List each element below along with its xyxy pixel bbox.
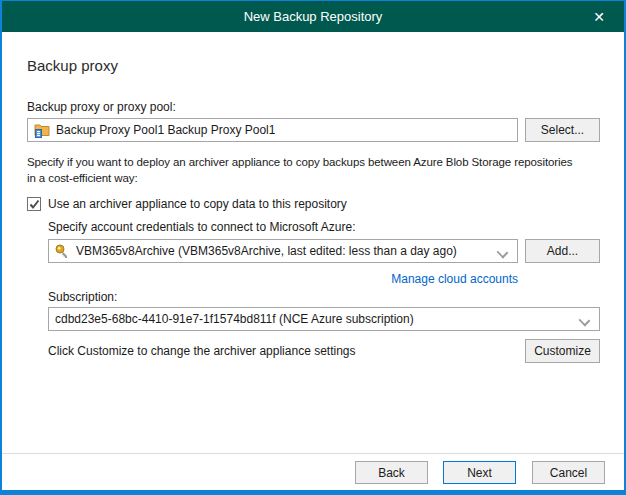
archiver-description-line2: in a cost-efficient way: xyxy=(27,170,572,186)
manage-accounts-wrap: Manage cloud accounts xyxy=(48,269,518,287)
add-button[interactable]: Add... xyxy=(525,239,600,263)
dialog-new-backup-repository: New Backup Repository ✕ Backup proxy Bac… xyxy=(0,0,626,495)
proxy-pool-input[interactable]: Backup Proxy Pool1 Backup Proxy Pool1 xyxy=(27,118,518,142)
credentials-combobox[interactable]: VBM365v8Archive (VBM365v8Archive, last e… xyxy=(48,239,518,263)
select-button[interactable]: Select... xyxy=(525,118,600,142)
customize-hint: Click Customize to change the archiver a… xyxy=(48,344,356,358)
close-icon: ✕ xyxy=(593,9,605,25)
proxy-pool-label: Backup proxy or proxy pool: xyxy=(27,100,176,114)
subscription-combobox[interactable]: cdbd23e5-68bc-4410-91e7-1f1574bd811f (NC… xyxy=(48,307,600,331)
proxy-pool-value: Backup Proxy Pool1 Backup Proxy Pool1 xyxy=(56,123,275,137)
close-button[interactable]: ✕ xyxy=(582,1,616,32)
archiver-checkbox-label[interactable]: Use an archiver appliance to copy data t… xyxy=(48,197,347,211)
archiver-description: Specify if you want to deploy an archive… xyxy=(27,154,572,186)
manage-cloud-accounts-link[interactable]: Manage cloud accounts xyxy=(391,272,518,286)
footer-separator xyxy=(2,453,624,454)
credentials-label: Specify account credentials to connect t… xyxy=(48,220,356,234)
proxy-pool-folder-icon xyxy=(34,122,50,138)
customize-button[interactable]: Customize xyxy=(525,339,600,363)
cancel-button[interactable]: Cancel xyxy=(532,461,605,484)
checkmark-icon xyxy=(29,199,40,210)
titlebar[interactable]: New Backup Repository xyxy=(2,1,624,32)
archiver-description-line1: Specify if you want to deploy an archive… xyxy=(27,154,572,170)
chevron-down-icon xyxy=(579,315,591,327)
chevron-down-icon xyxy=(497,247,509,259)
subscription-label: Subscription: xyxy=(48,290,117,304)
archiver-checkbox[interactable] xyxy=(27,197,41,211)
window-title: New Backup Repository xyxy=(244,9,383,24)
archiver-checkbox-row: Use an archiver appliance to copy data t… xyxy=(27,197,347,211)
page-title: Backup proxy xyxy=(27,57,118,74)
credentials-value: VBM365v8Archive (VBM365v8Archive, last e… xyxy=(76,244,457,258)
subscription-value: cdbd23e5-68bc-4410-91e7-1f1574bd811f (NC… xyxy=(55,312,414,326)
back-button[interactable]: Back xyxy=(355,461,428,484)
next-button[interactable]: Next xyxy=(443,461,516,484)
key-icon xyxy=(55,244,70,259)
